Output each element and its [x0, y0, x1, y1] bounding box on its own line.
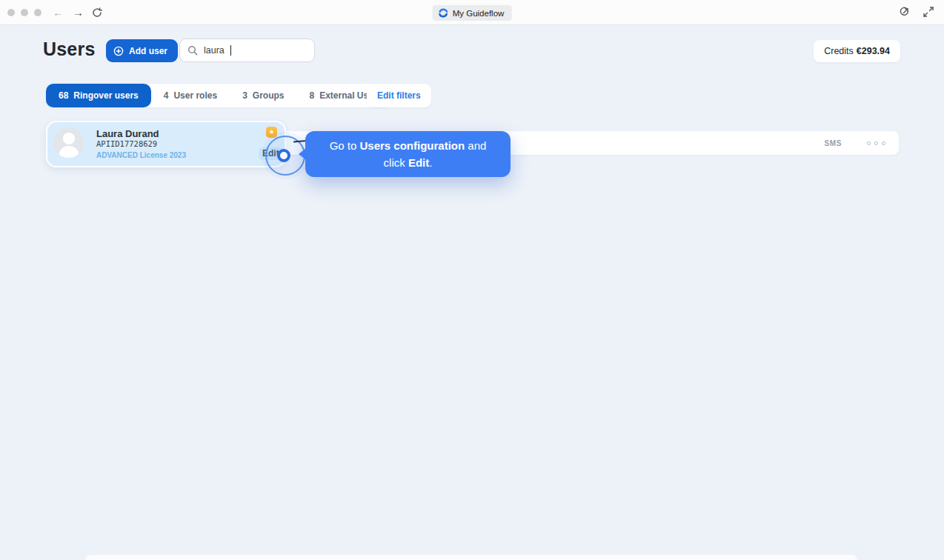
page-title: Users: [43, 39, 96, 60]
credits-amount: €293.94: [857, 46, 890, 56]
tab-user-roles[interactable]: 4 User roles: [151, 84, 230, 107]
premium-star-icon: ★: [266, 127, 277, 138]
tab-count: 8: [309, 90, 314, 101]
credits-badge[interactable]: Credits €293.94: [814, 40, 900, 62]
plus-circle-icon: [113, 46, 124, 56]
text-caret: [230, 45, 231, 56]
add-user-label: Add user: [129, 46, 167, 56]
tab-label: Groups: [253, 90, 285, 101]
back-arrow-icon[interactable]: ←: [53, 5, 64, 20]
tab-groups[interactable]: 3 Groups: [230, 84, 296, 107]
forward-arrow-icon[interactable]: →: [73, 5, 84, 20]
window-control-dot[interactable]: [7, 9, 15, 16]
search-icon: [187, 45, 198, 56]
guide-click-target-icon: [277, 149, 290, 162]
search-input[interactable]: laura: [179, 39, 315, 62]
avatar: [53, 127, 84, 158]
tab-label: User roles: [173, 90, 217, 101]
row-options-menu-icon[interactable]: [867, 141, 885, 145]
search-value: laura: [204, 45, 225, 56]
tab-count: 68: [59, 90, 68, 101]
user-type-tabs: 68 Ringover users 4 User roles 3 Groups …: [46, 84, 394, 107]
browser-tab[interactable]: My Guideflow: [433, 5, 512, 21]
tooltip-text: Go to Users configuration and click Edit…: [319, 137, 497, 171]
tooltip-arrow: [299, 148, 306, 160]
tab-count: 3: [242, 90, 247, 101]
guide-tooltip: Go to Users configuration and click Edit…: [305, 131, 511, 177]
user-info: Laura Durand APIID17728629 ADVANCED Lice…: [96, 129, 186, 160]
next-row-edge: [85, 555, 857, 560]
tab-count: 4: [164, 90, 169, 101]
window-control-dot[interactable]: [34, 9, 41, 16]
user-id: APIID17728629: [96, 139, 186, 149]
expand-fullscreen-icon[interactable]: [923, 7, 934, 18]
tab-label: Ringover users: [73, 90, 138, 101]
browser-chrome: ← → My Guideflow: [0, 0, 944, 25]
sms-action[interactable]: SMS: [825, 139, 842, 147]
browser-tab-title: My Guideflow: [453, 9, 505, 18]
app-window: ← → My Guideflow: [0, 0, 944, 560]
user-name: Laura Durand: [96, 129, 186, 139]
reload-icon[interactable]: [92, 7, 102, 18]
guideflow-logo-icon: [439, 8, 448, 18]
add-user-button[interactable]: Add user: [106, 39, 178, 62]
edit-filters-button[interactable]: Edit filters: [367, 84, 431, 107]
user-license: ADVANCED License 2023: [96, 151, 186, 160]
copy-link-icon[interactable]: [899, 7, 910, 18]
tab-ringover-users[interactable]: 68 Ringover users: [46, 84, 151, 107]
window-control-dot[interactable]: [21, 9, 28, 16]
credits-label: Credits: [824, 46, 854, 56]
